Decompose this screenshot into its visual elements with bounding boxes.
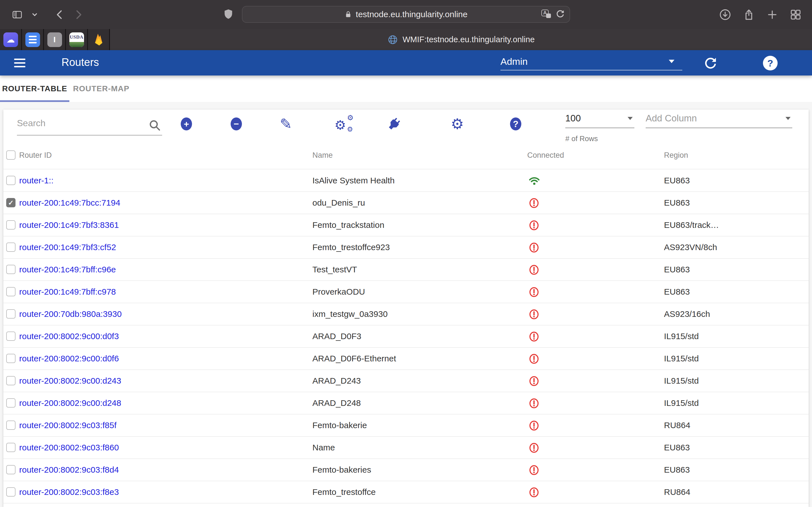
connected-status	[528, 353, 540, 365]
tab-router-table[interactable]: ROUTER-TABLE	[0, 75, 69, 102]
table-row[interactable]: router-1:: IsAlive System Health EU863	[3, 170, 809, 192]
table-row[interactable]: router-200:1c49:7bff:c978 ProverkaODU EU…	[3, 281, 809, 303]
url-bar[interactable]: testnode.eu.thingularity.online A	[242, 6, 570, 23]
refresh-button[interactable]	[703, 56, 718, 70]
search-icon[interactable]	[149, 119, 161, 131]
search-input[interactable]	[17, 116, 141, 128]
add-router-button[interactable]: +	[181, 117, 192, 130]
active-browser-tab[interactable]: WMIF:testnode.eu.thingularity.online	[110, 29, 812, 50]
table-row[interactable]: router-200:8002:9c03:f8d4 Femto-bakeries…	[3, 459, 809, 481]
table-row[interactable]: router-200:8002:9c00:d243 ARAD_D243 IL91…	[3, 370, 809, 392]
table-row[interactable]: router-200:1c49:7bf3:cf52 Femto_trestoff…	[3, 236, 809, 259]
usda-icon: USDA	[69, 33, 84, 47]
pinned-tab-icloud[interactable]: ☁	[0, 29, 22, 50]
row-checkbox[interactable]	[6, 176, 15, 185]
router-region: RU864	[664, 414, 690, 436]
view-tabs: ROUTER-TABLE ROUTER-MAP	[0, 75, 812, 102]
tab-router-map[interactable]: ROUTER-MAP	[69, 75, 133, 102]
row-checkbox[interactable]	[6, 287, 15, 296]
error-icon	[528, 197, 540, 209]
row-checkbox[interactable]	[6, 265, 15, 274]
table-row[interactable]: router-200:8002:9c03:f860 Name EU863	[3, 437, 809, 459]
router-id-link[interactable]: router-200:8002:9c00:d0f3	[19, 325, 119, 347]
pinned-tab-firebase[interactable]	[88, 29, 110, 50]
router-id-link[interactable]: router-200:8002:9c03:f8e3	[19, 481, 119, 503]
translate-button[interactable]: A	[541, 10, 551, 18]
connected-status	[528, 375, 540, 387]
add-column-select[interactable]: Add Column	[646, 113, 792, 128]
help-button[interactable]: ?	[763, 56, 777, 70]
router-name: Femto-bakeries	[312, 459, 371, 481]
router-id-link[interactable]: router-200:8002:9c03:f85f	[19, 414, 116, 436]
error-icon	[528, 442, 540, 454]
remove-icon: −	[231, 117, 242, 130]
column-header-connected: Connected	[527, 141, 564, 169]
router-id-link[interactable]: router-200:8002:9c03:f860	[19, 437, 119, 459]
row-checkbox[interactable]	[6, 220, 15, 230]
router-name: ARAD_D0F3	[312, 325, 361, 347]
router-id-link[interactable]: router-200:1c49:7bf3:cf52	[19, 236, 116, 258]
forward-button[interactable]	[73, 9, 84, 20]
row-checkbox[interactable]	[6, 242, 15, 252]
table-help-button[interactable]: ?	[510, 117, 521, 130]
row-checkbox[interactable]	[6, 465, 15, 474]
row-checkbox[interactable]	[6, 443, 15, 452]
share-button[interactable]	[743, 8, 755, 21]
reload-button[interactable]	[555, 9, 565, 18]
table-row[interactable]: router-200:8002:9c03:f8e3 Femto_trestoff…	[3, 481, 809, 503]
sidebar-chevron-button[interactable]	[31, 11, 38, 18]
table-row[interactable]: router-200:8002:9c00:d248 ARAD_D248 IL91…	[3, 392, 809, 414]
table-row[interactable]: router-200:70db:980a:3930 ixm_testgw_0a3…	[3, 303, 809, 325]
router-id-link[interactable]: router-200:70db:980a:3930	[19, 303, 122, 325]
pinned-tab-usda[interactable]: USDA	[66, 29, 88, 50]
user-role-select[interactable]: Admin	[500, 53, 682, 70]
router-id-link[interactable]: router-200:8002:9c00:d243	[19, 370, 121, 392]
router-id-link[interactable]: router-200:1c49:7bff:c96e	[19, 259, 116, 281]
router-name: ProverkaODU	[312, 281, 365, 303]
router-id-link[interactable]: router-200:8002:9c00:d248	[19, 392, 121, 414]
row-checkbox[interactable]	[6, 309, 15, 319]
router-id-link[interactable]: router-200:8002:9c03:f8d4	[19, 459, 119, 481]
pinned-tab-info[interactable]: I	[44, 29, 66, 50]
row-checkbox[interactable]	[6, 354, 15, 363]
row-checkbox[interactable]	[6, 487, 15, 497]
privacy-shield-icon[interactable]	[223, 7, 234, 21]
table-row[interactable]: router-200:8002:9c00:d0f6 ARAD_D0F6-Ethe…	[3, 348, 809, 370]
row-checkbox[interactable]	[6, 398, 15, 407]
remove-router-button[interactable]: −	[231, 117, 242, 130]
cloud-icon: ☁	[3, 33, 18, 47]
reload-icon	[555, 9, 565, 18]
downloads-button[interactable]	[719, 8, 731, 21]
row-checkbox[interactable]	[6, 198, 15, 207]
menu-button[interactable]	[14, 57, 27, 69]
table-row[interactable]: router-200:8002:9c03:f85f Femto-bakerie …	[3, 414, 809, 437]
translate-icon: A	[541, 10, 551, 18]
router-id-link[interactable]: router-200:1c49:7bcc:7194	[19, 192, 120, 214]
connect-button[interactable]	[386, 116, 402, 132]
row-checkbox[interactable]	[6, 376, 15, 385]
router-id-link[interactable]: router-1::	[19, 170, 54, 191]
table-row[interactable]: router-200:8002:9c00:d0f3 ARAD_D0F3 IL91…	[3, 325, 809, 348]
router-id-link[interactable]: router-200:8002:9c00:d0f6	[19, 348, 119, 370]
pinned-tab-docs[interactable]	[22, 29, 44, 50]
sidebar-toggle-button[interactable]	[11, 9, 24, 20]
rows-per-page-value: 100	[565, 113, 635, 124]
new-tab-button[interactable]	[766, 9, 778, 20]
edit-router-button[interactable]: ✎	[280, 117, 292, 131]
router-id-link[interactable]: router-200:1c49:7bf3:8361	[19, 214, 119, 236]
table-row[interactable]: router-200:1c49:7bcc:7194 odu_Denis_ru E…	[3, 192, 809, 214]
table-row[interactable]: router-200:1c49:7bff:c96e Test_testVT EU…	[3, 259, 809, 281]
error-icon	[528, 420, 540, 432]
row-checkbox[interactable]	[6, 420, 15, 430]
settings-button[interactable]: ⚙	[451, 117, 464, 131]
tab-overview-button[interactable]	[790, 8, 802, 21]
search-field	[17, 116, 162, 135]
router-region: AS923VN/8ch	[664, 236, 717, 258]
select-all-checkbox[interactable]	[6, 151, 15, 160]
router-id-link[interactable]: router-200:1c49:7bff:c978	[19, 281, 116, 303]
rows-per-page-select[interactable]: 100	[565, 113, 635, 128]
batch-settings-button[interactable]: ⚙⚙⚙	[335, 115, 354, 133]
row-checkbox[interactable]	[6, 332, 15, 341]
back-button[interactable]	[54, 9, 65, 20]
table-row[interactable]: router-200:1c49:7bf3:8361 Femto_tracksta…	[3, 214, 809, 236]
